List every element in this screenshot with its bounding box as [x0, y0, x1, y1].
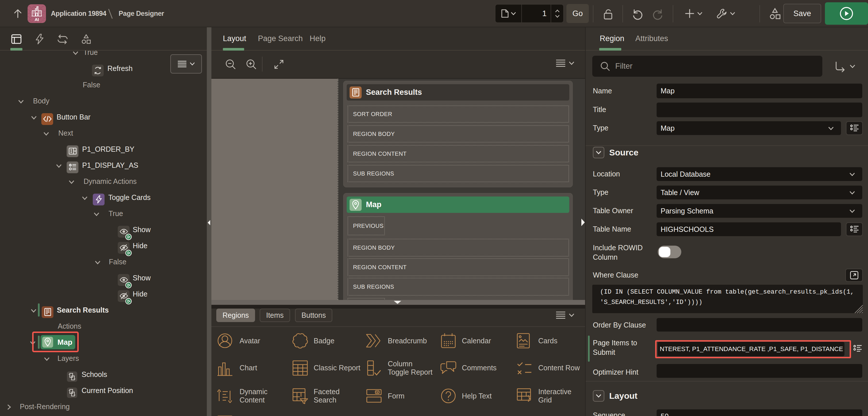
- svg-text:AI: AI: [35, 17, 39, 22]
